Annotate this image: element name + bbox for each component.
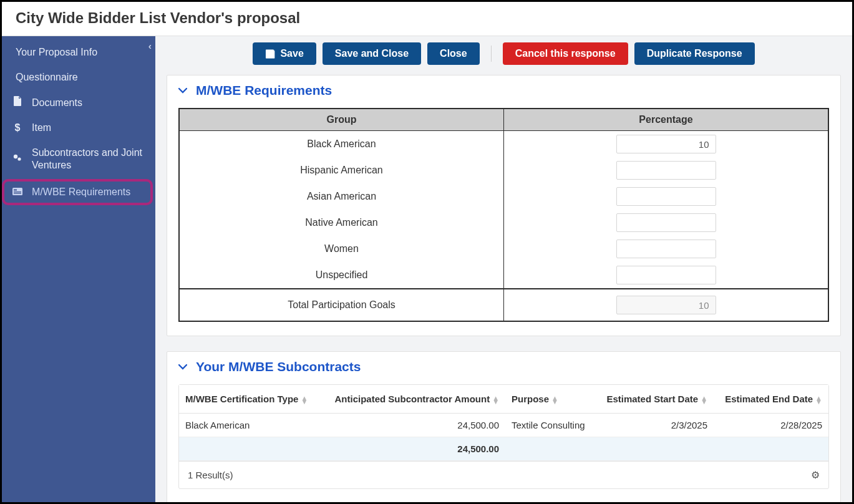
- toolbar-separator: [491, 46, 492, 62]
- sidebar-item-label: Documents: [32, 97, 145, 109]
- sidebar-item-label: Item: [32, 122, 145, 134]
- sidebar-item-proposal-info[interactable]: Your Proposal Info: [2, 40, 155, 65]
- save-button[interactable]: Save: [253, 42, 316, 65]
- total-label: Total Participation Goals: [179, 289, 504, 321]
- percentage-input[interactable]: [616, 187, 716, 206]
- group-cell: Hispanic American: [179, 157, 504, 183]
- svg-point-0: [14, 154, 17, 158]
- cell-cert: Black American: [179, 414, 320, 437]
- sort-icon: ▲▼: [551, 396, 558, 404]
- card-icon: [12, 186, 23, 198]
- percentage-input[interactable]: [616, 213, 716, 232]
- svg-point-1: [17, 157, 21, 160]
- group-cell: Unspecified: [179, 262, 504, 289]
- sidebar-item-label: M/WBE Requirements: [32, 186, 144, 198]
- toolbar: Save Save and Close Close Cancel this re…: [167, 42, 841, 65]
- col-purpose[interactable]: Purpose▲▼: [505, 385, 595, 414]
- sidebar-item-documents[interactable]: Documents: [2, 90, 155, 115]
- save-icon: [265, 48, 275, 59]
- percentage-input[interactable]: [616, 161, 716, 180]
- requirements-table: Group Percentage Black American Hispanic…: [178, 108, 829, 322]
- svg-rect-3: [14, 190, 17, 191]
- sidebar-collapse-icon[interactable]: ‹‹: [148, 41, 149, 51]
- panel-title: Your M/WBE Subcontracts: [196, 359, 361, 374]
- grid-sum-row: 24,500.00: [179, 437, 828, 461]
- sort-icon: ▲▼: [815, 396, 822, 404]
- svg-rect-5: [14, 193, 21, 193]
- table-row: Native American: [179, 210, 828, 236]
- gears-icon: [12, 153, 23, 166]
- cancel-response-button[interactable]: Cancel this response: [503, 42, 628, 65]
- save-close-button[interactable]: Save and Close: [323, 42, 421, 65]
- total-row: Total Participation Goals: [179, 289, 828, 321]
- sort-icon: ▲▼: [492, 396, 499, 404]
- percentage-input[interactable]: [616, 135, 716, 153]
- cell-start: 2/3/2025: [595, 414, 714, 437]
- table-row: Hispanic American: [179, 157, 828, 183]
- dollar-icon: $: [12, 122, 23, 134]
- mwbe-requirements-panel: M/WBE Requirements Group Percentage Blac…: [167, 75, 841, 336]
- svg-rect-4: [14, 191, 21, 192]
- document-icon: [12, 96, 23, 109]
- table-header-percentage: Percentage: [504, 109, 829, 131]
- grid-footer: 1 Result(s) ⚙: [179, 461, 828, 488]
- col-end[interactable]: Estimated End Date▲▼: [714, 385, 828, 414]
- cell-end: 2/28/2025: [714, 414, 828, 437]
- table-row: Unspecified: [179, 262, 828, 289]
- main-content: Save Save and Close Close Cancel this re…: [155, 36, 852, 502]
- sum-amount: 24,500.00: [320, 437, 505, 461]
- sidebar-item-mwbe-highlight: M/WBE Requirements: [2, 179, 153, 205]
- panel-title: M/WBE Requirements: [196, 83, 332, 98]
- col-cert-type[interactable]: M/WBE Certification Type▲▼: [179, 385, 320, 414]
- grid-row[interactable]: Black American 24,500.00 Textile Consult…: [179, 414, 828, 437]
- sidebar-item-label: Your Proposal Info: [16, 46, 145, 59]
- group-cell: Black American: [179, 131, 504, 158]
- group-cell: Native American: [179, 210, 504, 236]
- table-row: Asian American: [179, 183, 828, 210]
- cell-amount: 24,500.00: [320, 414, 505, 437]
- sidebar-item-mwbe[interactable]: M/WBE Requirements: [12, 185, 144, 200]
- sidebar: ‹‹ Your Proposal Info Questionnaire Docu…: [2, 36, 155, 502]
- sort-icon: ▲▼: [301, 396, 308, 404]
- mwbe-subcontracts-panel: Your M/WBE Subcontracts M/WBE Certificat…: [167, 351, 841, 502]
- total-percentage: [616, 296, 716, 314]
- sidebar-item-label: Questionnaire: [16, 71, 145, 84]
- sidebar-item-subcontractors[interactable]: Subcontractors and Joint Ventures: [2, 140, 155, 178]
- close-button[interactable]: Close: [427, 42, 480, 65]
- col-amount[interactable]: Anticipated Subcontractor Amount▲▼: [320, 385, 505, 414]
- subcontracts-grid: M/WBE Certification Type▲▼ Anticipated S…: [179, 385, 828, 461]
- chevron-down-icon[interactable]: [178, 362, 187, 372]
- group-cell: Asian American: [179, 183, 504, 210]
- page-title: City Wide Bidder List Vendor's proposal: [2, 2, 852, 36]
- duplicate-response-button[interactable]: Duplicate Response: [634, 42, 755, 65]
- chevron-down-icon[interactable]: [178, 85, 187, 95]
- table-header-group: Group: [179, 109, 504, 131]
- percentage-input[interactable]: [616, 266, 716, 284]
- col-start[interactable]: Estimated Start Date▲▼: [595, 385, 714, 414]
- sidebar-item-label: Subcontractors and Joint Ventures: [32, 147, 145, 172]
- percentage-input[interactable]: [616, 240, 716, 258]
- table-row: Black American: [179, 131, 828, 158]
- table-row: Women: [179, 236, 828, 262]
- group-cell: Women: [179, 236, 504, 262]
- save-button-label: Save: [280, 48, 303, 59]
- sidebar-item-questionnaire[interactable]: Questionnaire: [2, 65, 155, 90]
- cell-purpose: Textile Consulting: [505, 414, 595, 437]
- sort-icon: ▲▼: [701, 396, 707, 404]
- gear-icon[interactable]: ⚙: [811, 469, 820, 481]
- result-count: 1 Result(s): [188, 470, 233, 480]
- sidebar-item-item[interactable]: $ Item: [2, 115, 155, 140]
